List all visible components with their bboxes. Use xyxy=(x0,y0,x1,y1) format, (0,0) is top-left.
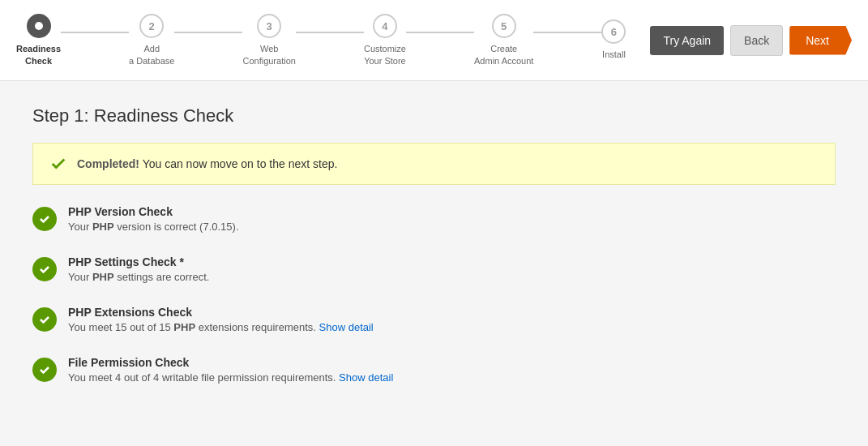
step-6-label: Install xyxy=(602,49,626,60)
checkmark-icon xyxy=(38,313,51,326)
check-item-php-settings-content: PHP Settings Check * Your PHP settings a… xyxy=(68,255,209,283)
alert-success: Completed! You can now move on to the ne… xyxy=(32,143,836,185)
step-1-circle xyxy=(27,14,51,38)
check-title-file-permission: File Permission Check xyxy=(68,356,393,369)
checkmark-icon xyxy=(38,212,51,225)
step-2-circle: 2 xyxy=(139,14,164,38)
connector-5-6 xyxy=(533,32,601,33)
check-item-php-extensions: PHP Extensions Check You meet 15 out of … xyxy=(32,306,836,333)
check-circle-php-settings xyxy=(32,257,57,281)
back-button[interactable]: Back xyxy=(730,25,783,56)
check-circle-php-extensions xyxy=(32,307,57,332)
check-desc-file-permission: You meet 4 out of 4 writable file permis… xyxy=(68,371,393,384)
connector-1-2 xyxy=(61,32,129,33)
check-item-php-version: PHP Version Check Your PHP version is co… xyxy=(32,205,836,233)
step-4: 4 CustomizeYour Store xyxy=(364,14,406,66)
show-detail-extensions-link[interactable]: Show detail xyxy=(319,321,374,333)
step-5-circle: 5 xyxy=(492,14,516,38)
connector-3-4 xyxy=(296,32,364,33)
checkmark-icon xyxy=(38,363,51,376)
checkmark-icon xyxy=(38,263,51,276)
step-1-label: ReadinessCheck xyxy=(16,43,61,66)
check-desc-php-version: Your PHP version is correct (7.0.15). xyxy=(68,221,239,233)
check-title-php-settings: PHP Settings Check * xyxy=(68,255,209,268)
check-item-php-extensions-content: PHP Extensions Check You meet 15 out of … xyxy=(68,306,374,333)
try-again-button[interactable]: Try Again xyxy=(650,26,724,55)
step-2-label: Adda Database xyxy=(129,43,174,66)
step-2: 2 Adda Database xyxy=(129,14,174,66)
wizard-header: ReadinessCheck 2 Adda Database 3 WebConf… xyxy=(0,0,868,81)
next-button[interactable]: Next xyxy=(789,26,852,55)
alert-bold: Completed! xyxy=(77,157,139,170)
step-4-label: CustomizeYour Store xyxy=(364,43,406,66)
step-3-label: WebConfiguration xyxy=(242,43,295,66)
wizard-actions: Try Again Back Next xyxy=(650,25,852,56)
step-4-circle: 4 xyxy=(373,14,397,38)
connector-2-3 xyxy=(174,32,242,33)
check-desc-php-settings: Your PHP settings are correct. xyxy=(68,271,209,283)
check-item-php-version-content: PHP Version Check Your PHP version is co… xyxy=(68,205,239,233)
check-circle-php-version xyxy=(32,207,57,231)
check-desc-php-extensions: You meet 15 out of 15 PHP extensions req… xyxy=(68,321,374,333)
steps-container: ReadinessCheck 2 Adda Database 3 WebConf… xyxy=(16,14,626,66)
step-6: 6 Install xyxy=(601,19,626,60)
step-5: 5 CreateAdmin Account xyxy=(474,14,533,66)
alert-text: Completed! You can now move on to the ne… xyxy=(77,157,337,170)
check-circle-file-permission xyxy=(32,358,57,382)
step-3: 3 WebConfiguration xyxy=(242,14,295,66)
check-item-file-permission: File Permission Check You meet 4 out of … xyxy=(32,356,836,384)
step-1: ReadinessCheck xyxy=(16,14,61,66)
step-6-circle: 6 xyxy=(601,19,626,44)
show-detail-permission-link[interactable]: Show detail xyxy=(339,371,393,384)
alert-message: You can now move on to the next step. xyxy=(139,157,337,170)
check-title-php-version: PHP Version Check xyxy=(68,205,239,218)
page-title: Step 1: Readiness Check xyxy=(32,105,836,127)
check-item-file-permission-content: File Permission Check You meet 4 out of … xyxy=(68,356,393,384)
step-5-label: CreateAdmin Account xyxy=(474,43,533,66)
alert-check-icon xyxy=(49,155,67,173)
check-title-php-extensions: PHP Extensions Check xyxy=(68,306,374,319)
connector-4-5 xyxy=(406,32,474,33)
main-content: Step 1: Readiness Check Completed! You c… xyxy=(0,81,868,446)
step-3-circle: 3 xyxy=(257,14,281,38)
check-item-php-settings: PHP Settings Check * Your PHP settings a… xyxy=(32,255,836,283)
